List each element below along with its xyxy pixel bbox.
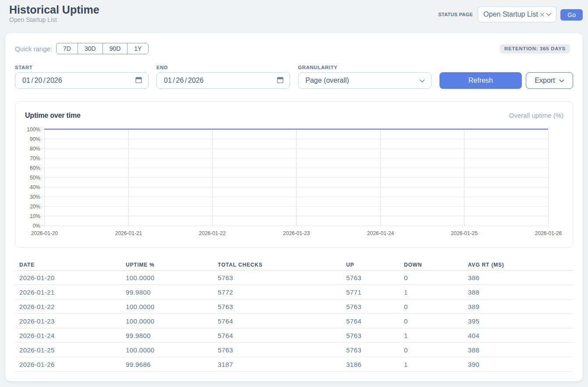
granularity-select[interactable]: Page (overall) [298,72,432,89]
table-cell: 2026-01-23 [15,314,121,328]
table-cell: 0 [400,299,464,314]
quick-range-label: Quick range: [15,45,52,53]
export-label: Export [535,77,555,84]
table-cell: 99.9800 [121,328,213,343]
quick-range-7d[interactable]: 7D [57,43,78,54]
start-label: START [15,64,149,71]
table-cell: 390 [464,357,573,372]
table-cell: 99.9686 [121,357,213,372]
status-page-value: Open Startup List [483,11,538,18]
y-tick-label: 100% [27,127,40,133]
export-button[interactable]: Export [526,72,573,89]
table-cell: 100.0000 [121,271,213,285]
x-tick-label: 2026-01-21 [115,230,142,236]
table-row: 2026-01-22100.0000576357630389 [15,299,573,314]
chevron-down-icon [559,77,564,84]
table-row: 2026-01-2199.9800577257711388 [15,285,573,299]
table-cell: 2026-01-24 [15,328,121,343]
end-field: END 01 / 26 / 2026 [156,64,290,89]
granularity-field: GRANULARITY Page (overall) [298,64,432,89]
table-cell: 0 [400,343,464,357]
table-cell: 388 [464,343,573,357]
table-cell: 2026-01-26 [15,357,121,372]
granularity-label: GRANULARITY [298,64,432,71]
table-cell: 3187 [213,357,342,372]
calendar-icon[interactable] [277,77,283,85]
quick-range-1y[interactable]: 1Y [127,43,148,54]
calendar-icon[interactable] [135,77,142,85]
y-tick-label: 60% [30,165,40,171]
table-cell: 3186 [342,357,400,372]
table-cell: 5764 [213,328,342,343]
table-cell: 5763 [213,299,342,314]
main-card: Quick range: 7D 30D 90D 1Y RETENTION: 36… [5,33,583,381]
table-cell: 1 [400,357,464,372]
go-button[interactable]: Go [560,9,583,21]
quick-range-30d[interactable]: 30D [78,43,103,54]
status-page-label: STATUS PAGE [438,12,473,17]
table-cell: 99.9800 [121,285,213,299]
chevron-down-icon [546,13,552,16]
table-column-header: AVG RT (MS) [464,258,573,271]
status-page-controls: STATUS PAGE Open Startup List Go [438,7,583,22]
table-cell: 100.0000 [121,343,213,357]
table-row: 2026-01-2499.9800576457631404 [15,328,573,343]
table-head: DATEUPTIME %TOTAL CHECKSUPDOWNAVG RT (MS… [15,258,573,271]
controls-row: START 01 / 20 / 2026 END 01 / 26 / 2026 [15,64,573,89]
retention-badge: RETENTION: 365 DAYS [500,44,570,53]
table-cell: 1 [400,328,464,343]
table-column-header: TOTAL CHECKS [213,258,342,271]
start-date-value: 01 / 20 / 2026 [22,77,135,84]
table-column-header: DATE [15,258,121,271]
table-cell: 5764 [342,314,400,328]
quick-range-90d[interactable]: 90D [103,43,128,54]
x-tick-label: 2026-01-22 [199,230,226,236]
table-cell: 2026-01-20 [15,271,121,285]
x-tick-label: 2026-01-20 [31,230,58,236]
chart-header: Uptime over time Overall uptime (%) [25,111,563,120]
y-tick-label: 40% [30,184,40,190]
table-cell: 100.0000 [121,299,213,314]
clear-icon[interactable] [539,12,545,18]
topbar: Historical Uptime Open Startup List STAT… [9,5,583,26]
x-tick-label: 2026-01-24 [367,230,394,236]
uptime-chart: 0%10%20%30%40%50%60%70%80%90%100%2026-01… [25,121,563,239]
y-tick-label: 70% [30,155,40,162]
table-cell: 2026-01-21 [15,285,121,299]
table-row: 2026-01-20100.0000576357630386 [15,271,573,285]
table-cell: 0 [400,271,464,285]
table-header-row: DATEUPTIME %TOTAL CHECKSUPDOWNAVG RT (MS… [15,258,573,271]
start-date-input[interactable]: 01 / 20 / 2026 [15,72,149,89]
chart-legend: Overall uptime (%) [509,111,563,120]
end-label: END [156,64,290,71]
table-cell: 2026-01-22 [15,299,121,314]
y-tick-label: 0% [33,223,41,229]
table-cell: 388 [464,285,573,299]
start-field: START 01 / 20 / 2026 [15,64,149,89]
table-column-header: UPTIME % [121,258,213,271]
table-cell: 5763 [342,328,400,343]
table-cell: 100.0000 [121,314,213,328]
granularity-value: Page (overall) [305,77,419,84]
table-cell: 5763 [342,271,400,285]
table-cell: 5763 [213,271,342,285]
table-cell: 5772 [213,285,342,299]
table-cell: 5764 [213,314,342,328]
table-cell: 386 [464,271,573,285]
page-heading: Historical Uptime Open Startup List [9,4,99,24]
chevron-down-icon [419,77,425,84]
page-subtitle: Open Startup List [9,16,99,24]
table-cell: 5763 [342,343,400,357]
table-column-header: DOWN [400,258,464,271]
end-date-input[interactable]: 01 / 26 / 2026 [156,72,290,89]
table-row: 2026-01-25100.0000576357630388 [15,343,573,357]
page-title: Historical Uptime [9,4,99,16]
table-column-header: UP [342,258,400,271]
refresh-button[interactable]: Refresh [439,72,522,89]
y-tick-label: 80% [30,146,40,152]
table-cell: 2026-01-25 [15,343,121,357]
table-row: 2026-01-23100.0000576457640395 [15,314,573,328]
status-page-combobox[interactable]: Open Startup List [478,7,556,22]
table-cell: 1 [400,285,464,299]
uptime-table: DATEUPTIME %TOTAL CHECKSUPDOWNAVG RT (MS… [15,258,573,372]
